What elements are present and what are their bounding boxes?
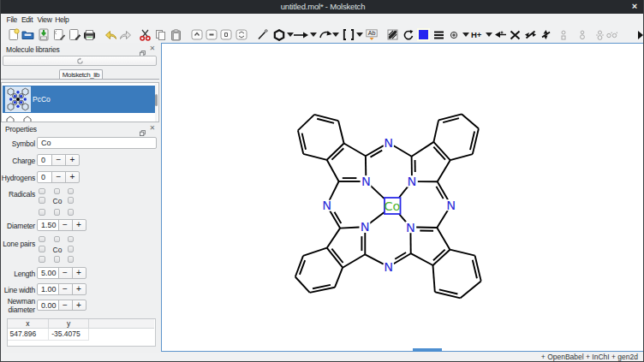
diameter-decrement-button[interactable]: − <box>58 219 73 231</box>
radicals-checkbox-r2c3[interactable] <box>68 197 75 204</box>
radical-tool-2-icon <box>575 27 590 42</box>
diameter-value[interactable]: 1.50 <box>37 219 59 231</box>
radicals-checkbox-r3c1[interactable] <box>39 209 45 216</box>
pcco-thumbnail-icon <box>5 86 31 112</box>
tab-baseline <box>1 79 159 80</box>
save-icon[interactable] <box>36 27 51 42</box>
flip-vertical-tool-icon[interactable] <box>539 27 554 42</box>
lone-pairs-checkbox-r3c1[interactable] <box>39 256 45 263</box>
lone-pairs-center-symbol: Co <box>53 246 63 254</box>
library-item-label: PcCo <box>33 86 51 113</box>
coordinates-table: xy547.896-35.4075 <box>7 318 156 347</box>
svg-text:N: N <box>406 220 415 234</box>
lone-pairs-checkbox-r3c2[interactable] <box>54 256 61 263</box>
lone-pairs-checkbox-r3c3[interactable] <box>68 256 75 263</box>
charge-increment-button[interactable]: + <box>65 154 80 166</box>
coord-header-y: y <box>49 319 89 329</box>
diameter-increment-button[interactable]: + <box>72 219 86 231</box>
radicals-checkbox-r3c3[interactable] <box>68 209 75 216</box>
save-as-icon[interactable] <box>51 27 67 42</box>
refresh-icon <box>76 53 84 68</box>
zoom-fit-icon[interactable] <box>234 27 249 42</box>
toolbar-extension-icon[interactable] <box>632 27 644 42</box>
lone-pair-tool-2-icon <box>605 27 620 42</box>
charge-value[interactable]: 0 <box>37 154 52 166</box>
menu-help[interactable]: Help <box>55 14 69 27</box>
hydrogens-decrement-button[interactable]: − <box>51 171 66 183</box>
zoom-in-icon[interactable] <box>189 27 205 42</box>
redo-icon[interactable] <box>117 27 133 42</box>
coord-header-x: x <box>8 319 50 329</box>
new-icon[interactable] <box>6 27 21 42</box>
cut-icon[interactable] <box>137 27 152 42</box>
radicals-checkbox-r2c1[interactable] <box>39 197 45 204</box>
menu-file[interactable]: File <box>7 14 17 27</box>
library-refresh-button[interactable] <box>3 56 157 66</box>
hydrogens-value[interactable]: 0 <box>37 171 52 183</box>
charge-label: Charge <box>0 157 35 165</box>
lone-pairs-checkbox-r2c3[interactable] <box>68 246 75 252</box>
svg-text:N: N <box>361 220 370 234</box>
length-decrement-button[interactable]: − <box>58 267 73 279</box>
radicals-checkbox-r3c2[interactable] <box>54 209 61 216</box>
lone-pairs-checkbox-r1c2[interactable] <box>54 236 61 243</box>
lone-pairs-checkbox-r2c1[interactable] <box>39 246 45 252</box>
coord-cell-0-0[interactable]: 547.896 <box>8 329 50 341</box>
newman-diameter-increment-button[interactable]: + <box>72 300 86 312</box>
charge-decrement-button[interactable]: − <box>51 154 66 166</box>
copy-icon[interactable] <box>153 27 169 42</box>
draw-tool-icon[interactable] <box>254 27 270 42</box>
edit-source-icon[interactable] <box>68 27 83 42</box>
delete-tool-icon[interactable] <box>508 27 523 42</box>
status-bar: + OpenBabel + InChI + gen2d <box>1 353 644 362</box>
library-dock-close-icon[interactable]: ✕ <box>150 45 156 52</box>
lone-pairs-checkbox-r1c3[interactable] <box>68 236 75 243</box>
coord-cell-0-1[interactable]: -35.4075 <box>49 329 89 341</box>
line-width-label: Line width <box>0 286 35 294</box>
close-window-icon[interactable]: × <box>628 0 641 14</box>
lone-pairs-label: Lone pairs <box>0 240 35 248</box>
undo-icon[interactable] <box>103 27 118 42</box>
line-width-value[interactable]: 1.00 <box>37 283 59 295</box>
library-scrollbar-thumb[interactable] <box>155 94 158 106</box>
menu-edit[interactable]: Edit <box>21 14 33 27</box>
hatch-tool-icon[interactable] <box>385 27 401 42</box>
length-value[interactable]: 5.00 <box>37 267 59 279</box>
svg-text:N: N <box>446 198 456 211</box>
hydrogen-minus-tool-icon[interactable] <box>492 27 508 42</box>
menu-view[interactable]: View <box>38 14 52 27</box>
drawing-canvas[interactable]: NNNNNNNNCo <box>161 43 644 353</box>
radicals-label: Radicals <box>0 190 35 199</box>
svg-text:Co: Co <box>385 199 401 213</box>
paste-icon[interactable] <box>168 27 183 42</box>
open-icon[interactable] <box>21 27 36 42</box>
length-increment-button[interactable]: + <box>72 267 86 279</box>
newman-diameter-decrement-button[interactable]: − <box>58 300 73 312</box>
color-swatch-icon[interactable] <box>415 27 431 42</box>
radicals-checkbox-r1c3[interactable] <box>68 188 75 195</box>
library-scrollbar[interactable] <box>155 84 158 122</box>
flip-horizontal-tool-icon[interactable] <box>522 27 538 42</box>
newman-diameter-value[interactable]: 0.00 <box>37 300 59 312</box>
library-item-pcco[interactable]: PcCo <box>3 86 156 113</box>
line-width-increment-button[interactable]: + <box>72 283 86 295</box>
symbol-field[interactable]: Co <box>37 137 157 149</box>
length-label: Length <box>0 270 35 278</box>
canvas-hscrollbar-thumb[interactable] <box>413 348 442 352</box>
line-width-decrement-button[interactable]: − <box>58 283 73 295</box>
radicals-checkbox-r1c2[interactable] <box>54 188 61 195</box>
svg-text:H+: H+ <box>471 31 482 39</box>
print-icon[interactable] <box>81 27 97 42</box>
radicals-checkbox-r1c1[interactable] <box>39 188 45 195</box>
svg-text:N: N <box>384 260 393 274</box>
hydrogens-label: Hydrogens <box>0 174 35 182</box>
zoom-out-icon[interactable] <box>204 27 219 42</box>
zoom-reset-icon[interactable] <box>218 27 234 42</box>
properties-dock-close-icon[interactable]: ✕ <box>150 124 156 132</box>
lone-pairs-checkbox-r1c1[interactable] <box>39 236 45 243</box>
text-tool-icon[interactable]: Ab <box>364 27 379 42</box>
line-width-tool-icon[interactable] <box>432 27 447 42</box>
rotate-tool-icon[interactable] <box>401 27 416 42</box>
hydrogens-increment-button[interactable]: + <box>65 171 80 183</box>
library-tab-molsketch-lib[interactable]: Molsketch_lib <box>59 69 103 80</box>
